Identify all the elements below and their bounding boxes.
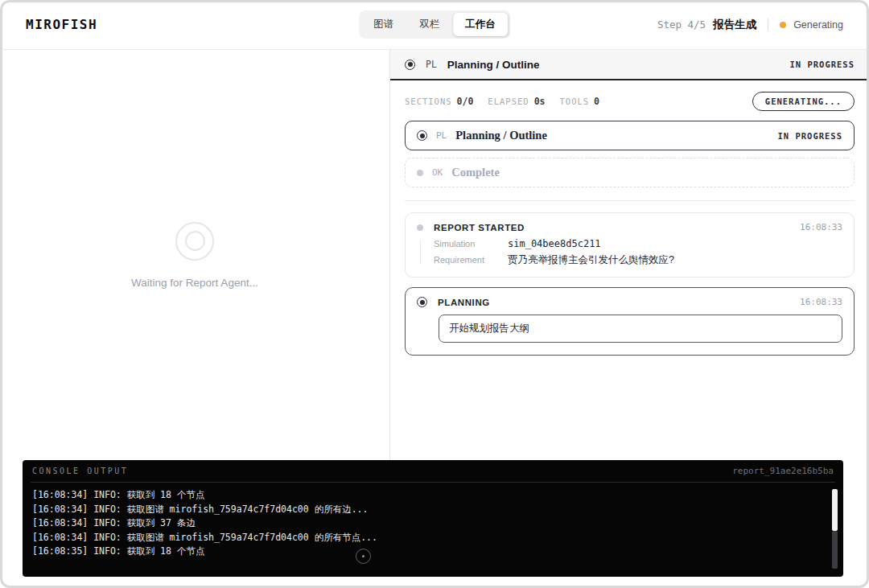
log-line: [16:08:34] INFO: 获取到 37 条边 (32, 516, 834, 531)
console-title: CONSOLE OUTPUT (32, 467, 128, 475)
section-divider (405, 200, 855, 201)
generating-dot-icon (780, 22, 786, 28)
stat-sections: SECTIONS 0/0 (405, 96, 473, 107)
phase-title: Planning / Outline (447, 59, 540, 71)
generating-status-label: Generating (793, 19, 843, 31)
generating-button[interactable]: GENERATING... (752, 92, 855, 111)
event-timestamp: 16:08:33 (800, 297, 842, 307)
stat-elapsed: ELAPSED 0s (488, 96, 545, 107)
tab-split[interactable]: 双栏 (407, 13, 451, 36)
timeline-line (420, 240, 421, 264)
event-dot-icon (417, 224, 423, 231)
divider (768, 19, 768, 31)
field-requirement: Requirement 贾乃亮举报博主会引发什么舆情效应? (434, 253, 842, 267)
event-card-planning: PLANNING 16:08:33 开始规划报告大纲 (405, 287, 855, 356)
phase-code: PL (426, 59, 437, 70)
report-preview-panel: Waiting for Report Agent... (0, 50, 390, 460)
log-line: [16:08:34] INFO: 获取到 18 个节点 (32, 488, 834, 503)
record-icon[interactable] (356, 549, 371, 564)
pending-step-dot-icon (417, 170, 423, 176)
stats-row: SECTIONS 0/0 ELAPSED 0s TOOLS 0 GENERATI… (405, 92, 855, 111)
waiting-spinner-icon (175, 222, 214, 261)
phase-status-badge: IN PROGRESS (789, 60, 855, 69)
view-tab-group: 图谱 双栏 工作台 (359, 10, 510, 39)
active-step-dot-icon (417, 130, 427, 141)
report-agent-panel: PL Planning / Outline IN PROGRESS SECTIO… (390, 50, 869, 460)
stat-tools: TOOLS 0 (559, 96, 599, 107)
step-status-badge: IN PROGRESS (777, 131, 842, 141)
phase-header: PL Planning / Outline IN PROGRESS (390, 50, 869, 80)
event-card-report-started: REPORT STARTED 16:08:33 Simulation sim_0… (405, 212, 855, 278)
step-card-planning[interactable]: PL Planning / Outline IN PROGRESS (405, 121, 855, 150)
tab-workbench[interactable]: 工作台 (453, 13, 508, 36)
step-indicator: Step 4/5 (657, 19, 706, 31)
console-panel: CONSOLE OUTPUT report_91ae2e16b5ba [16:0… (23, 460, 843, 577)
main-content: Waiting for Report Agent... PL Planning … (0, 50, 869, 460)
console-log-list: [16:08:34] INFO: 获取到 18 个节点 [16:08:34] I… (31, 483, 835, 559)
active-phase-dot-icon (405, 60, 415, 70)
log-line: [16:08:34] INFO: 获取图谱 mirofish_759a74c7f… (32, 531, 834, 545)
phase-body: SECTIONS 0/0 ELAPSED 0s TOOLS 0 GENERATI… (390, 80, 869, 365)
console-header: CONSOLE OUTPUT report_91ae2e16b5ba (31, 460, 835, 483)
tab-graph[interactable]: 图谱 (361, 13, 406, 36)
waiting-message: Waiting for Report Agent... (131, 277, 258, 289)
event-title: REPORT STARTED (434, 223, 525, 232)
field-simulation: Simulation sim_04bee8d5c211 (434, 238, 842, 249)
log-line: [16:08:34] INFO: 获取图谱 mirofish_759a74c7f… (32, 503, 834, 517)
console-scrollbar-track[interactable] (832, 531, 838, 569)
nav-status: Step 4/5 报告生成 Generating (657, 18, 843, 32)
step-title: 报告生成 (713, 18, 756, 32)
top-nav: MIROFISH 图谱 双栏 工作台 Step 4/5 报告生成 Generat… (0, 0, 869, 50)
event-timestamp: 16:08:33 (800, 222, 842, 232)
step-card-complete[interactable]: OK Complete (405, 158, 855, 187)
app-logo: MIROFISH (26, 17, 97, 32)
log-line: [16:08:35] INFO: 获取到 18 个节点 (32, 545, 834, 559)
event-message: 开始规划报告大纲 (439, 315, 842, 343)
active-event-dot-icon (417, 297, 427, 307)
console-session-id: report_91ae2e16b5ba (732, 466, 834, 476)
console-scrollbar-thumb[interactable] (832, 489, 838, 531)
event-title: PLANNING (438, 298, 490, 307)
